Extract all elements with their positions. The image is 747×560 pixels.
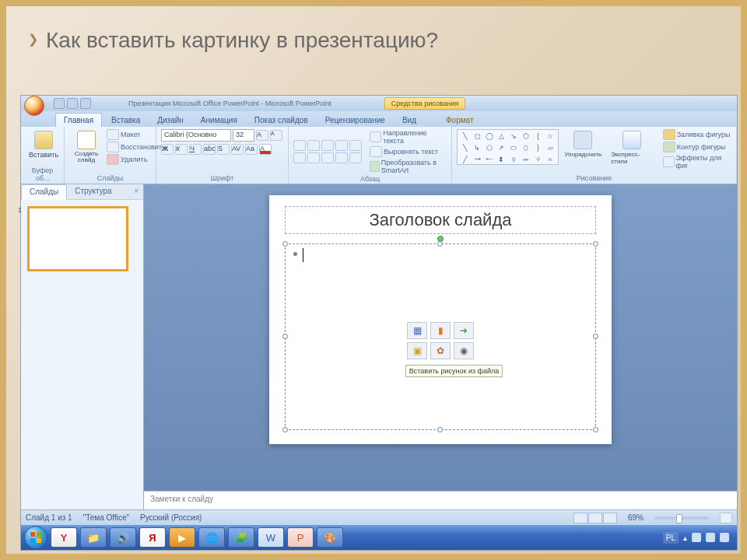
taskbar-sound-icon[interactable]: 🔊 xyxy=(110,527,136,548)
insert-media-icon[interactable]: ◉ xyxy=(454,342,474,359)
resize-handle-n[interactable] xyxy=(437,241,443,247)
align-justify-icon[interactable] xyxy=(335,152,348,163)
taskbar-powerpoint-icon[interactable]: P xyxy=(287,527,314,548)
shadow-button[interactable]: S xyxy=(217,144,230,155)
italic-button[interactable]: К xyxy=(175,144,188,155)
columns-icon[interactable] xyxy=(349,152,362,163)
taskbar-word-icon[interactable]: W xyxy=(258,527,284,548)
tab-format[interactable]: Формат xyxy=(438,114,482,127)
font-name-combo[interactable]: Calibri (Основно xyxy=(161,129,231,142)
paste-button[interactable]: Вставить xyxy=(26,129,61,160)
resize-handle-ne[interactable] xyxy=(593,241,598,247)
resize-handle-sw[interactable] xyxy=(282,427,288,432)
view-sorter-icon[interactable] xyxy=(588,513,602,523)
tab-design[interactable]: Дизайн xyxy=(149,114,191,127)
align-center-icon[interactable] xyxy=(307,152,320,163)
taskbar-mediaplayer-icon[interactable]: ▶ xyxy=(169,527,195,548)
tray-chevron-icon[interactable]: ▴ xyxy=(683,534,687,542)
shapes-gallery[interactable]: ╲◻◯△↘⬠{☆ ╲↳⬡↗⬭⬯}▱ ╱⭢⭠⬍◊⬰✧≈ xyxy=(457,129,559,165)
indent-dec-icon[interactable] xyxy=(321,140,334,151)
qat-redo-icon[interactable] xyxy=(80,98,91,109)
slide-thumbnail-1[interactable] xyxy=(27,206,128,271)
panel-close-button[interactable]: × xyxy=(129,184,143,199)
align-text-button[interactable]: Выровнять текст xyxy=(370,146,447,157)
font-color-button[interactable]: A xyxy=(259,144,272,155)
panel-tab-outline[interactable]: Структура xyxy=(67,184,119,199)
system-tray: PL ▴ xyxy=(663,532,734,544)
view-normal-icon[interactable] xyxy=(573,513,587,523)
linespacing-icon[interactable] xyxy=(349,140,362,151)
tab-slideshow[interactable]: Показ слайдов xyxy=(247,114,316,127)
taskbar-yandex2-icon[interactable]: Я xyxy=(139,527,166,548)
view-slideshow-icon[interactable] xyxy=(603,513,617,523)
arrange-button[interactable]: Упорядочить xyxy=(562,129,605,170)
zoom-slider[interactable] xyxy=(654,516,709,520)
bullets-icon[interactable] xyxy=(293,140,306,151)
quick-styles-button[interactable]: Экспресс-стили xyxy=(608,129,656,170)
content-insert-icons: ▦ ▮ ➜ ▣ ✿ ◉ xyxy=(407,322,474,359)
smartart-button[interactable]: Преобразовать в SmartArt xyxy=(370,159,447,174)
quick-access-toolbar[interactable] xyxy=(54,98,91,109)
align-right-icon[interactable] xyxy=(321,152,334,163)
text-direction-button[interactable]: Направление текста xyxy=(370,129,447,145)
insert-table-icon[interactable]: ▦ xyxy=(407,322,427,339)
shape-effects-button[interactable]: Эффекты для фиг xyxy=(663,154,731,170)
taskbar-app1-icon[interactable]: 🧩 xyxy=(228,527,254,548)
insert-clipart-icon[interactable]: ✿ xyxy=(430,342,451,359)
tab-animations[interactable]: Анимация xyxy=(193,114,245,127)
contextual-tab-drawing-tools[interactable]: Средства рисования xyxy=(384,97,466,110)
underline-button[interactable]: Ч xyxy=(189,144,202,155)
shape-outline-button[interactable]: Контур фигуры xyxy=(663,142,731,152)
quick-styles-icon xyxy=(622,131,641,149)
resize-handle-w[interactable] xyxy=(282,334,288,339)
tab-review[interactable]: Рецензирование xyxy=(317,114,393,127)
bold-button[interactable]: Ж xyxy=(161,144,174,155)
new-slide-button[interactable]: Создать слайд xyxy=(69,129,103,165)
qat-save-icon[interactable] xyxy=(54,98,65,109)
align-text-icon xyxy=(370,146,382,157)
indent-inc-icon[interactable] xyxy=(335,140,348,151)
spacing-button[interactable]: AV xyxy=(231,144,244,155)
layout-icon xyxy=(107,129,119,140)
tray-volume-icon[interactable] xyxy=(720,533,729,542)
tab-home[interactable]: Главная xyxy=(55,113,102,127)
office-button[interactable] xyxy=(24,96,44,116)
fit-to-window-icon[interactable] xyxy=(720,513,732,523)
tray-network-icon[interactable] xyxy=(706,533,715,542)
notes-pane[interactable]: Заметки к слайду xyxy=(144,491,737,509)
resize-handle-nw[interactable] xyxy=(282,241,288,247)
insert-picture-icon[interactable]: ▣ xyxy=(407,342,427,359)
title-placeholder-text: Заголовок слайда xyxy=(370,210,512,230)
align-left-icon[interactable] xyxy=(293,152,306,163)
start-button[interactable] xyxy=(24,526,47,549)
taskbar-yandex-icon[interactable]: Y xyxy=(51,527,77,548)
taskbar-paint-icon[interactable]: 🎨 xyxy=(317,527,343,548)
title-placeholder[interactable]: Заголовок слайда xyxy=(285,206,596,234)
shape-effects-icon xyxy=(663,156,675,167)
language-indicator[interactable]: PL xyxy=(663,532,679,544)
strike-button[interactable]: abc xyxy=(203,144,216,155)
resize-handle-s[interactable] xyxy=(437,427,443,432)
shrink-font-icon[interactable]: A xyxy=(270,130,282,141)
tab-view[interactable]: Вид xyxy=(395,114,424,127)
content-placeholder[interactable]: ▦ ▮ ➜ ▣ ✿ ◉ Вставить рисунок из файла xyxy=(285,243,596,430)
taskbar-explorer-icon[interactable]: 📁 xyxy=(80,527,107,548)
case-button[interactable]: Aa xyxy=(245,144,258,155)
tray-flag-icon[interactable] xyxy=(692,533,701,542)
taskbar-ie-icon[interactable]: 🌐 xyxy=(198,527,225,548)
shape-fill-button[interactable]: Заливка фигуры xyxy=(663,129,731,140)
tab-insert[interactable]: Вставка xyxy=(103,114,148,127)
resize-handle-e[interactable] xyxy=(593,334,598,339)
panel-tab-slides[interactable]: Слайды xyxy=(21,184,67,200)
zoom-percent[interactable]: 69% xyxy=(628,513,644,522)
font-size-combo[interactable]: 32 xyxy=(233,129,254,142)
insert-smartart-icon[interactable]: ➜ xyxy=(454,322,474,339)
qat-undo-icon[interactable] xyxy=(67,98,78,109)
insert-chart-icon[interactable]: ▮ xyxy=(430,322,451,339)
grow-font-icon[interactable]: A xyxy=(256,130,268,141)
status-language[interactable]: Русский (Россия) xyxy=(140,513,202,522)
slide-canvas[interactable]: Заголовок слайда xyxy=(269,195,612,444)
numbering-icon[interactable] xyxy=(307,140,320,151)
slide-stage[interactable]: Заголовок слайда xyxy=(144,184,737,491)
resize-handle-se[interactable] xyxy=(593,427,598,432)
